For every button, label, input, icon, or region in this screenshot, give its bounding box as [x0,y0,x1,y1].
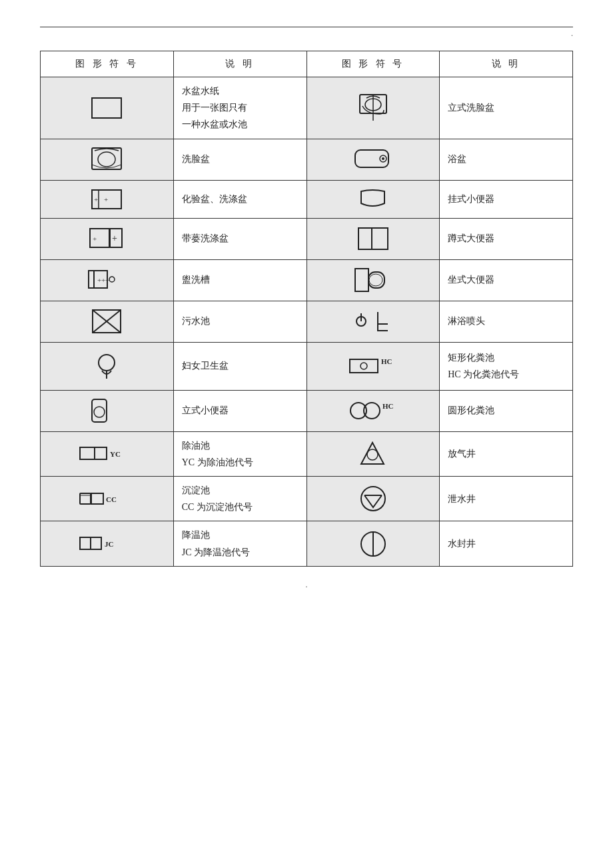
right-desc-cell-4: 坐式大便器 [440,259,573,301]
table-row: + + 化验盆、洗涤盆 挂式小便器 [41,180,573,218]
right-symbol-cell-7: HC [306,390,440,431]
svg-point-8 [382,157,384,160]
right-desc-cell-1: 浴盆 [440,139,573,180]
symbol-icon-left-4: + + + [46,267,168,293]
left-desc-cell-9: 沉淀池 CC 为沉淀池代号 [173,476,306,521]
right-desc-cell-6: 矩形化粪池 HC 为化粪池代号 [440,342,573,390]
left-desc-cell-8: 除油池 YC 为除油池代号 [173,431,306,476]
symbol-icon-right-7: HC [312,397,434,424]
table-row: 洗脸盆 浴盆 [41,139,573,180]
svg-text:JC: JC [105,540,114,548]
right-desc-cell-8: 放气井 [440,431,573,476]
symbol-icon-right-5 [312,307,434,337]
symbol-icon-left-7 [46,396,168,426]
left-symbol-cell-6 [41,342,174,390]
symbol-icon-right-3 [312,224,434,254]
svg-point-25 [109,277,115,282]
left-desc-cell-2: 化验盆、洗涤盆 [173,180,306,218]
table-row: 立式小便器 HC 圆形化粪池 [41,390,573,431]
svg-point-40 [94,407,105,417]
left-desc-cell-5: 污水池 [173,301,306,342]
left-desc-cell-1: 洗脸盆 [173,139,306,180]
header-col3: 图 形 符 号 [306,51,440,77]
svg-point-5 [98,152,115,167]
svg-rect-21 [89,271,94,288]
svg-rect-0 [92,98,121,118]
symbol-icon-right-10 [312,527,434,561]
right-desc-cell-7: 圆形化粪池 [440,390,573,431]
svg-text:+: + [105,276,109,284]
svg-text:+: + [104,195,108,203]
svg-point-37 [360,363,367,369]
svg-text:CC: CC [106,495,117,503]
symbol-icon-right-0 [312,91,434,125]
symbol-icon-right-2 [312,186,434,213]
svg-text:HC: HC [382,402,394,410]
left-symbol-cell-1 [41,139,174,180]
symbol-icon-left-10: JC [46,532,168,555]
header-col4: 说 明 [440,51,573,77]
symbol-icon-left-0 [46,93,168,123]
svg-point-47 [367,449,378,460]
svg-text:YC: YC [110,450,121,458]
symbol-icon-right-9 [312,482,434,515]
svg-rect-27 [368,272,384,288]
symbol-icon-right-4 [312,265,434,295]
symbol-table: 图 形 符 号 说 明 图 形 符 号 说 明 水盆水纸 用于一张图只有 一种水… [40,51,573,567]
svg-rect-19 [372,228,388,249]
symbol-icon-left-2: + + [46,186,168,213]
right-symbol-cell-3 [306,218,440,259]
left-symbol-cell-5 [41,301,174,342]
table-row: 污水池 淋浴喷头 [41,301,573,342]
top-divider: . [40,27,573,39]
svg-text:+: + [112,233,117,243]
page-bottom-note: . [40,580,573,590]
symbol-icon-left-6 [46,348,168,385]
svg-rect-48 [80,493,91,504]
table-row: JC 降温池 JC 为降温池代号 水封井 [41,521,573,566]
left-symbol-cell-4: + + + [41,259,174,301]
left-symbol-cell-10: JC [41,521,174,566]
svg-text:+: + [93,235,97,243]
table-row: CC 沉淀池 CC 为沉淀池代号 泄水井 [41,476,573,521]
svg-rect-54 [80,537,91,549]
right-symbol-cell-4 [306,259,440,301]
right-symbol-cell-1 [306,139,440,180]
right-symbol-cell-2 [306,180,440,218]
symbol-icon-left-3: + + [46,225,168,252]
symbol-icon-right-8 [312,437,434,471]
svg-rect-36 [350,359,378,373]
left-symbol-cell-8: YC [41,431,174,476]
svg-rect-26 [355,269,368,291]
svg-text:HC: HC [381,357,392,365]
header-col2: 说 明 [173,51,306,77]
right-symbol-cell-5 [306,301,440,342]
right-desc-cell-0: 立式洗脸盆 [440,77,573,139]
left-desc-cell-6: 妇女卫生盆 [173,342,306,390]
right-desc-cell-5: 淋浴喷头 [440,301,573,342]
symbol-icon-left-8: YC [46,442,168,465]
symbol-icon-left-5 [46,307,168,337]
symbol-icon-left-9: CC [46,487,168,511]
header-col1: 图 形 符 号 [41,51,174,77]
left-symbol-cell-0 [41,77,174,139]
left-desc-cell-7: 立式小便器 [173,390,306,431]
svg-rect-55 [91,537,101,549]
left-desc-cell-0: 水盆水纸 用于一张图只有 一种水盆或水池 [173,77,306,139]
svg-rect-44 [80,447,95,459]
left-desc-cell-4: 盥洗槽 [173,259,306,301]
svg-point-34 [99,355,115,371]
left-desc-cell-10: 降温池 JC 为降温池代号 [173,521,306,566]
svg-text:+: + [94,195,98,203]
symbol-icon-right-1 [312,145,434,175]
table-row: YC 除油池 YC 为除油池代号 放气井 [41,431,573,476]
symbol-icon-left-1 [46,145,168,175]
right-desc-cell-3: 蹲式大便器 [440,218,573,259]
left-desc-cell-3: 带蒌洗涤盆 [173,218,306,259]
right-desc-cell-9: 泄水井 [440,476,573,521]
right-symbol-cell-0 [306,77,440,139]
svg-point-28 [369,274,382,286]
table-row: + + 带蒌洗涤盆 蹲式大便器 [41,218,573,259]
right-symbol-cell-8 [306,431,440,476]
right-symbol-cell-10 [306,521,440,566]
